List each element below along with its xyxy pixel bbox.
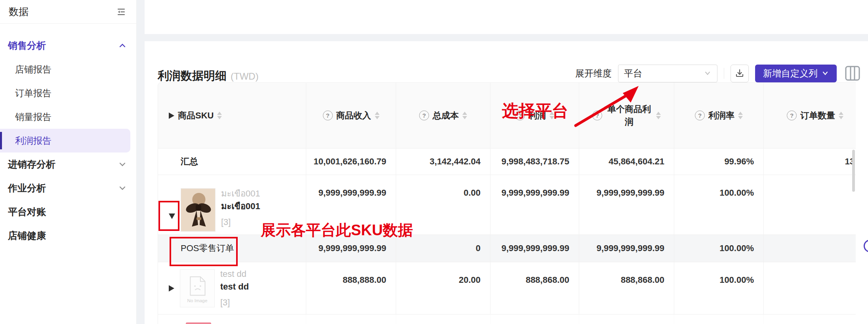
col-header-unit-profit: ? 单个商品利润 bbox=[579, 82, 674, 149]
col-label: 订单数量 bbox=[800, 110, 835, 122]
sort-icon[interactable] bbox=[217, 112, 222, 119]
sidebar-item-store-report[interactable]: 店铺报告 bbox=[0, 57, 136, 81]
sidebar-item-label: 作业分析 bbox=[8, 182, 46, 194]
col-label: 总成本 bbox=[433, 110, 459, 122]
variant-count: [3] bbox=[220, 296, 249, 309]
cell-order-qty bbox=[764, 175, 856, 235]
col-header-revenue: ? 商品收入 bbox=[306, 82, 396, 149]
help-icon[interactable]: ? bbox=[592, 111, 602, 120]
summary-revenue: 10,001,626,160.79 bbox=[306, 149, 396, 175]
chevron-down-icon bbox=[118, 184, 127, 192]
add-custom-column-label: 新增自定义列 bbox=[763, 67, 818, 80]
page-title: 利润数据明细 bbox=[158, 68, 227, 84]
chevron-down-icon bbox=[822, 70, 829, 77]
sidebar-item-label: 销量报告 bbox=[15, 111, 52, 123]
sort-icon[interactable] bbox=[375, 112, 380, 119]
expand-all-icon[interactable] bbox=[169, 112, 174, 119]
table-header-row: 商品SKU ? 商品收入 bbox=[158, 82, 856, 149]
download-button[interactable] bbox=[731, 65, 749, 82]
product-name: มะเขือ001 bbox=[221, 200, 260, 213]
profit-detail-card: 利润数据明细 (TWD) 展开维度 平台 新增自定义列 bbox=[145, 41, 868, 324]
summary-order-qty: 13 bbox=[764, 149, 856, 175]
cell-unit-profit: 888,868.00 bbox=[579, 262, 674, 314]
sidebar-title: 数据 bbox=[9, 5, 29, 18]
table-controls: 展开维度 平台 新增自定义列 bbox=[575, 64, 860, 83]
cell-margin: 100.00% bbox=[674, 235, 764, 262]
cell-margin: 100.00% bbox=[674, 175, 764, 235]
product-name-secondary: test dd bbox=[220, 268, 249, 280]
sidebar-item-sales-volume-report[interactable]: 销量报告 bbox=[0, 105, 136, 129]
col-label: 商品收入 bbox=[336, 110, 371, 122]
sidebar-item-label: 店铺健康 bbox=[8, 229, 46, 242]
help-icon[interactable]: ? bbox=[695, 111, 705, 120]
cell-order-qty bbox=[764, 262, 856, 314]
sidebar-item-label: 进销存分析 bbox=[8, 158, 55, 171]
col-header-sku: 商品SKU bbox=[158, 82, 306, 149]
column-settings-icon[interactable] bbox=[845, 65, 860, 82]
product-name: test dd bbox=[220, 280, 249, 293]
sort-icon[interactable] bbox=[462, 112, 467, 119]
sidebar-item-inventory-analysis[interactable]: 进销存分析 bbox=[0, 152, 136, 176]
cell-profit: 9,999,999,999.99 bbox=[490, 235, 579, 262]
sidebar-item-sales-analysis[interactable]: 销售分析 bbox=[0, 34, 136, 57]
sidebar-item-label: 利润报告 bbox=[15, 135, 52, 147]
summary-margin: 99.96% bbox=[674, 149, 764, 175]
product-name-secondary: มะเขือ001 bbox=[221, 187, 260, 200]
col-label: 利润 bbox=[528, 110, 546, 122]
add-custom-column-button[interactable]: 新增自定义列 bbox=[755, 65, 837, 82]
col-label: 利润率 bbox=[708, 110, 734, 122]
sidebar-item-platform-reconciliation[interactable]: 平台对账 bbox=[0, 200, 136, 224]
dimension-select-value: 平台 bbox=[624, 67, 642, 80]
cell-profit: 9,999,999,999.99 bbox=[490, 175, 579, 235]
sidebar-collapse-icon[interactable] bbox=[116, 7, 126, 17]
sidebar-item-operation-analysis[interactable]: 作业分析 bbox=[0, 176, 136, 200]
expand-row-icon[interactable] bbox=[169, 285, 174, 292]
platform-label: POS零售订单 bbox=[158, 235, 306, 262]
download-icon bbox=[734, 68, 745, 78]
sort-icon[interactable] bbox=[549, 112, 554, 119]
col-header-order-qty: ? 订单数量 bbox=[764, 82, 856, 149]
sort-icon[interactable] bbox=[656, 112, 661, 119]
col-header-margin: ? 利润率 bbox=[674, 82, 764, 149]
col-header-profit: ? 利润 bbox=[490, 82, 579, 149]
sidebar-item-store-health[interactable]: 店铺健康 bbox=[0, 224, 136, 248]
help-icon[interactable]: ? bbox=[323, 111, 333, 120]
top-toolbar-area bbox=[145, 0, 868, 34]
col-label: 单个商品利润 bbox=[606, 103, 652, 128]
currency-note: (TWD) bbox=[231, 71, 259, 82]
summary-cost: 3,142,442.04 bbox=[396, 149, 490, 175]
summary-row: 汇总 10,001,626,160.79 3,142,442.04 9,998,… bbox=[158, 149, 856, 175]
table-row-partial bbox=[158, 314, 856, 324]
sort-icon[interactable] bbox=[738, 112, 743, 119]
sidebar-item-label: 店铺报告 bbox=[15, 63, 52, 76]
dimension-select[interactable]: 平台 bbox=[618, 65, 717, 82]
scrollbar-thumb[interactable] bbox=[852, 150, 855, 192]
help-icon[interactable]: ? bbox=[419, 111, 429, 120]
cell-profit: 888,868.00 bbox=[490, 262, 579, 314]
sidebar-item-label: 订单报告 bbox=[15, 87, 52, 99]
table-row-sku-2: No Image test dd test dd [3] 888,888.00 … bbox=[158, 262, 856, 314]
app-root: 数据 销售分析 店铺报告 订单报告 销量报告 利润报告 bbox=[0, 0, 868, 324]
cell-unit-profit: 9,999,999,999.99 bbox=[579, 175, 674, 235]
expand-dimension-label: 展开维度 bbox=[575, 67, 612, 80]
sidebar-header: 数据 bbox=[0, 0, 136, 24]
no-image-placeholder: No Image bbox=[180, 269, 215, 307]
help-icon[interactable]: ? bbox=[787, 111, 797, 120]
collapse-row-icon[interactable] bbox=[169, 213, 175, 219]
variant-count: [3] bbox=[221, 216, 260, 229]
chevron-up-icon bbox=[118, 41, 127, 50]
help-icon[interactable]: ? bbox=[515, 111, 525, 120]
cell-cost: 0.00 bbox=[396, 175, 490, 235]
sort-icon[interactable] bbox=[839, 112, 843, 119]
cell-cost: 20.00 bbox=[396, 262, 490, 314]
cell-cost: 0 bbox=[396, 235, 490, 262]
sidebar-item-profit-report[interactable]: 利润报告 bbox=[0, 129, 130, 152]
sidebar-item-order-report[interactable]: 订单报告 bbox=[0, 81, 136, 105]
product-image bbox=[186, 322, 211, 324]
chevron-down-icon bbox=[118, 160, 127, 169]
sidebar-item-label: 平台对账 bbox=[8, 206, 46, 218]
summary-profit: 9,998,483,718.75 bbox=[490, 149, 579, 175]
col-header-cost: ? 总成本 bbox=[396, 82, 490, 149]
sidebar-item-label: 销售分析 bbox=[8, 39, 46, 52]
table-row-platform-pos: POS零售订单 9,999,999,999.99 0 9,999,999,999… bbox=[158, 235, 856, 262]
